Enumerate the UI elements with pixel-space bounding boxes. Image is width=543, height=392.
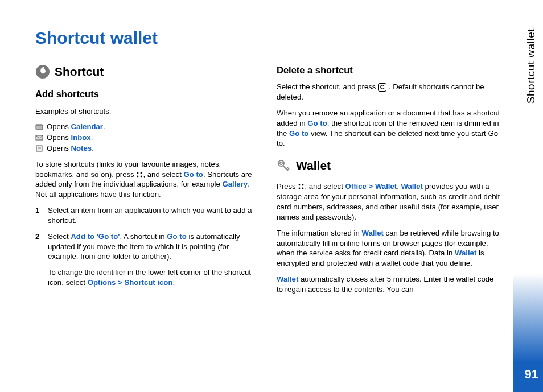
clear-key-icon: C [378, 83, 386, 92]
delete-shortcut-p1: Select the shortcut, and press C . Defau… [277, 82, 501, 102]
side-tab-label: Shortcut wallet [525, 28, 537, 104]
list-item-text: Opens Inbox. [47, 133, 93, 143]
svg-point-9 [137, 175, 139, 177]
svg-point-10 [141, 175, 142, 177]
svg-point-15 [299, 188, 301, 189]
menu-key-icon [136, 171, 143, 178]
delete-shortcut-heading: Delete a shortcut [277, 64, 501, 76]
right-column: Delete a shortcut Select the shortcut, a… [277, 64, 501, 300]
svg-point-16 [302, 188, 304, 189]
inbox-icon [35, 134, 43, 141]
examples-intro: Examples of shortcuts: [35, 106, 260, 117]
wallet-p3: Wallet automatically closes after 5 minu… [277, 274, 501, 295]
page-number: 91 [525, 367, 538, 382]
svg-rect-2 [36, 125, 43, 126]
add-shortcuts-heading: Add shortcuts [35, 88, 260, 100]
step-1: Select an item from an application to wh… [35, 205, 260, 226]
page-title: Shortcut wallet [35, 28, 513, 48]
svg-point-12 [280, 162, 282, 164]
store-shortcuts-paragraph: To store shortcuts (links to your favour… [35, 159, 260, 200]
key-icon [277, 158, 291, 173]
step-2: Select Add to 'Go to'. A shortcut in Go … [35, 232, 260, 262]
calendar-icon [35, 123, 43, 130]
notes-icon [35, 145, 43, 152]
shortcut-heading: Shortcut [55, 64, 104, 80]
menu-key-icon [298, 183, 305, 190]
svg-point-8 [141, 172, 142, 174]
list-item-text: Opens Notes. [47, 143, 94, 154]
wallet-p2: The information stored in Wallet can be … [277, 228, 501, 269]
page-content: Shortcut wallet Shortcut Add shortcuts E… [35, 28, 513, 300]
list-item: Opens Notes. [35, 143, 260, 154]
shortcut-section-head: Shortcut [35, 64, 260, 80]
svg-point-14 [302, 184, 304, 186]
list-item: Opens Calendar. [35, 122, 260, 132]
vodafone-logo-icon [35, 64, 50, 79]
two-column-layout: Shortcut Add shortcuts Examples of short… [35, 64, 513, 300]
wallet-heading: Wallet [296, 158, 331, 174]
list-item: Opens Inbox. [35, 133, 260, 143]
wallet-p1: Press , and select Office > Wallet. Wall… [277, 181, 501, 222]
left-column: Shortcut Add shortcuts Examples of short… [35, 64, 260, 300]
steps-list: Select an item from an application to wh… [35, 205, 260, 262]
delete-shortcut-p2: When you remove an application or a docu… [277, 108, 501, 148]
svg-point-7 [137, 172, 139, 174]
shortcut-examples-list: Opens Calendar. Opens Inbox. Opens Notes… [35, 122, 260, 153]
svg-point-13 [299, 184, 301, 186]
wallet-section-head: Wallet [277, 158, 501, 174]
list-item-text: Opens Calendar. [47, 122, 105, 132]
step-2-subnote: To change the identifier in the lower le… [35, 267, 260, 288]
